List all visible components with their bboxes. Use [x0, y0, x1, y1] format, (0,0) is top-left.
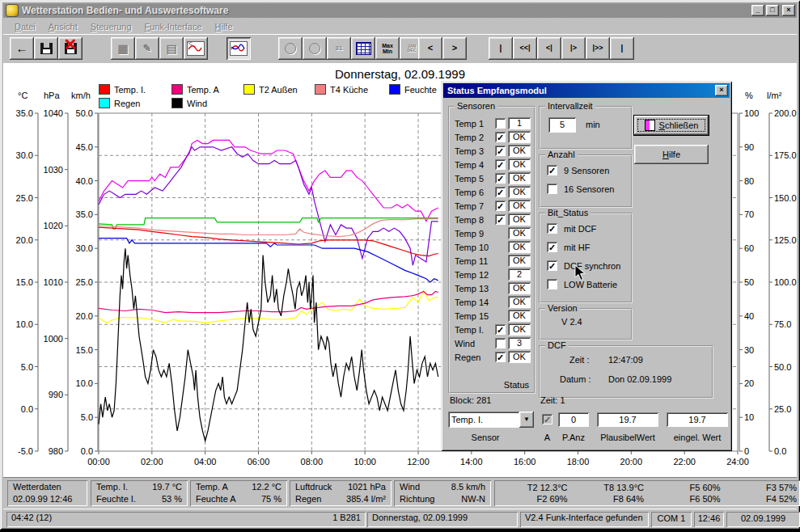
status-panel-1: Temp. I.19.7 °CFeuchte I.53 % — [91, 480, 188, 506]
panz-input[interactable]: 0 — [558, 412, 589, 427]
svg-text:30.0: 30.0 — [16, 150, 33, 160]
dialog-close-button[interactable]: × — [715, 85, 728, 96]
menu-item-funk-interface[interactable]: Funk-Interface — [138, 21, 209, 32]
bit-status-checkbox-mit-dcf[interactable]: ✓ — [547, 223, 557, 234]
bit-status-label-low-batterie: LOW Batterie — [564, 280, 617, 289]
menu-item-datei[interactable]: Datei — [8, 21, 42, 32]
sensor-status-temp-7: OK — [508, 200, 531, 212]
close-button[interactable]: × — [782, 5, 795, 16]
sensor-status-temp-3: OK — [508, 145, 531, 157]
status-label: Regen — [295, 493, 321, 505]
sensor-checkbox-temp-7[interactable]: ✓ — [495, 201, 506, 211]
menu-item-ansicht[interactable]: Ansicht — [42, 21, 84, 32]
toolbar-chart-color-button[interactable] — [226, 37, 251, 60]
nav-prev-button-icon: <| — [546, 44, 552, 52]
sensor-label: Temp 6 — [455, 188, 495, 197]
dcf-group: DCF Zeit : 12:47:09 Datum : Don 02.09.19… — [539, 345, 713, 399]
sensor-checkbox-wind[interactable] — [495, 338, 506, 348]
svg-text:14:00: 14:00 — [460, 457, 483, 467]
status-label: Luftdruck — [295, 481, 332, 492]
status-text: Donnerstag, 02.09.1999 — [372, 512, 468, 523]
year-jan-dec-button-icon: JAN DEC — [408, 44, 417, 53]
sensor-status-regen: OK — [508, 351, 531, 363]
sensor-checkbox-temp-5[interactable]: ✓ — [495, 173, 506, 184]
svg-text:40.0: 40.0 — [76, 176, 93, 186]
sensor-checkbox-temp-8[interactable]: ✓ — [495, 214, 506, 225]
toolbar-chart-temp-button[interactable]: °C — [184, 37, 208, 60]
print-button-icon: ▤ — [166, 43, 176, 55]
version-value: V 2.4 — [561, 317, 582, 327]
toolbar-nav-end-button[interactable]: | — [610, 37, 634, 60]
sensor-label: Temp 7 — [455, 201, 495, 211]
intervallzeit-input[interactable]: 5 — [548, 117, 576, 133]
maximize-button[interactable]: □ — [766, 5, 779, 16]
sensor-checkbox-temp-i[interactable]: ✓ — [495, 324, 506, 335]
toolbar-nav-first-button[interactable]: <<| — [513, 37, 537, 60]
menu-item-hilfe[interactable]: Hilfe — [209, 21, 239, 32]
svg-text:0.0: 0.0 — [81, 446, 93, 456]
toolbar-prev-button[interactable]: < — [418, 37, 442, 60]
dcf-group-label: DCF — [545, 340, 569, 351]
dropdown-arrow-icon[interactable]: ▼ — [519, 412, 534, 428]
sensor-checkbox-temp-6[interactable]: ✓ — [495, 187, 506, 197]
toolbar-day-31-button: 31 — [327, 37, 351, 60]
toolbar-max-min-button[interactable]: Max Min — [375, 37, 400, 60]
status-label: Richtung — [400, 493, 434, 505]
toolbar-save-button[interactable] — [34, 37, 58, 60]
sensor-checkbox-temp-3[interactable]: ✓ — [495, 146, 506, 156]
dcf-zeit-label: Zeit : — [569, 355, 589, 365]
toolbar-delete-save-button[interactable]: ✕ — [58, 37, 83, 60]
sensor-row-wind: Wind3 — [455, 337, 531, 349]
sensor-row-temp-14: Temp 14OK — [455, 296, 531, 308]
sensor-row-temp-1: Temp 11 — [455, 117, 531, 129]
plausibel-input[interactable]: 19.7 — [597, 412, 658, 427]
sensor-dropdown-value[interactable]: Temp. I. — [448, 412, 519, 428]
anzahl-checkbox-16-sensoren[interactable] — [547, 184, 557, 194]
svg-text:980: 980 — [49, 446, 63, 456]
sensor-row-temp-7: Temp 7✓OK — [455, 200, 531, 212]
minimize-button[interactable]: _ — [751, 5, 764, 16]
status-value: NW-N — [461, 493, 485, 505]
sensor-status-temp-2: OK — [508, 131, 531, 143]
bit-status-checkbox-dcf-synchron[interactable]: ✓ — [547, 260, 557, 271]
sensor-checkbox-regen[interactable]: ✓ — [495, 352, 506, 362]
sensor-status-temp-9: OK — [508, 227, 531, 239]
svg-text:50.0: 50.0 — [76, 108, 93, 118]
sensor-checkbox-temp-4[interactable]: ✓ — [495, 159, 506, 170]
svg-text:18:00: 18:00 — [567, 457, 590, 467]
dialog-title: Status Empfangsmodul — [447, 86, 715, 95]
bit-status-label-mit-hf: mit HF — [564, 243, 590, 252]
svg-text:10: 10 — [744, 412, 754, 422]
version-group-label: Version — [545, 303, 580, 314]
sensor-label: Temp 4 — [455, 160, 495, 170]
sensor-status-temp-14: OK — [508, 296, 531, 308]
toolbar-load-data-button[interactable]: ← — [10, 37, 34, 60]
toolbar-nav-prev-button[interactable]: <| — [537, 37, 561, 60]
schliessen-button[interactable]: Schließen — [634, 116, 709, 135]
sensor-label: Wind — [455, 339, 495, 348]
sensor-dropdown[interactable]: Temp. I. ▼ — [448, 412, 534, 428]
menu-bar: DateiAnsichtSteuerungFunk-InterfaceHilfe — [3, 19, 797, 34]
toolbar-nav-next-button[interactable]: |> — [561, 37, 586, 60]
bit-status-checkbox-mit-hf[interactable]: ✓ — [547, 242, 557, 252]
hilfe-button[interactable]: Hilfe — [634, 145, 709, 164]
sensor-checkbox-temp-1[interactable] — [495, 118, 506, 129]
status-label: Temp. I. — [96, 481, 128, 492]
status-value: 19.7 °C — [152, 481, 182, 492]
anzahl-checkbox-9-sensoren[interactable]: ✓ — [547, 165, 557, 175]
eingel-input[interactable]: 19.7 — [667, 412, 728, 427]
svg-text:40: 40 — [744, 311, 754, 321]
a-checkbox[interactable]: ✓ — [542, 414, 552, 424]
toolbar-nav-start-button[interactable]: | — [489, 37, 513, 60]
toolbar-nav-last-button[interactable]: |>> — [586, 37, 610, 60]
sensor-label: Regen — [455, 353, 495, 362]
status-text: 04:42 (12) — [11, 512, 52, 523]
toolbar-table-view-button[interactable] — [351, 37, 375, 60]
sensor-status-temp-12: 2 — [508, 268, 531, 281]
svg-text:0: 0 — [744, 446, 749, 456]
menu-item-steuerung[interactable]: Steuerung — [84, 21, 138, 32]
bit-status-checkbox-low-batterie[interactable] — [547, 279, 557, 289]
svg-text:45.0: 45.0 — [76, 142, 93, 152]
toolbar-next-button[interactable]: > — [442, 37, 467, 60]
sensor-checkbox-temp-2[interactable]: ✓ — [495, 132, 506, 142]
